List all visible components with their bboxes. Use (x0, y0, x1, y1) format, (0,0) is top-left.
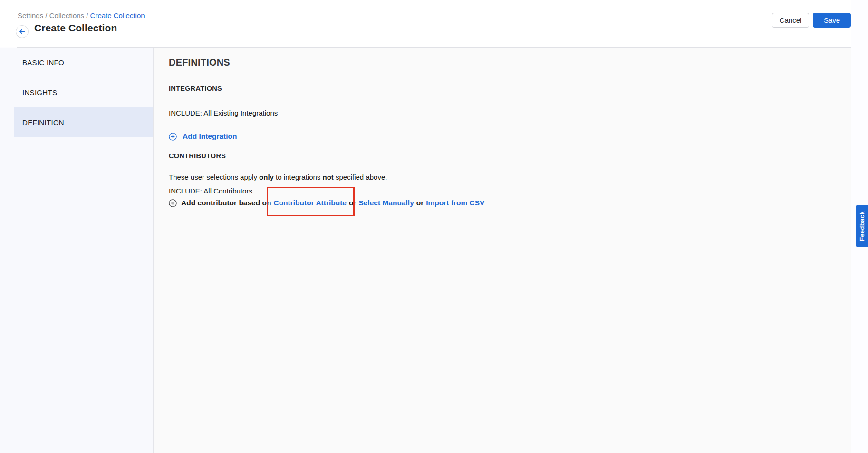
page-header: Settings / Collections / Create Collecti… (0, 0, 851, 47)
create-collection-screen: Settings / Collections / Create Collecti… (0, 0, 868, 453)
contributor-attribute-link[interactable]: Contributor Attribute (273, 199, 347, 207)
add-integration-button[interactable]: Add Integration (169, 132, 237, 141)
sidebar-item-definition[interactable]: DEFINITION (14, 107, 153, 137)
integrations-section-label: INTEGRATIONS (169, 85, 222, 92)
select-manually-link[interactable]: Select Manually (358, 199, 414, 207)
note-bold-not: not (323, 173, 334, 181)
import-from-csv-link[interactable]: Import from CSV (426, 199, 484, 207)
sidebar-item-basic-info[interactable]: BASIC INFO (0, 48, 153, 77)
add-integration-label: Add Integration (183, 132, 237, 141)
note-bold-only: only (259, 173, 274, 181)
cancel-button[interactable]: Cancel (772, 13, 809, 28)
back-button[interactable] (16, 25, 29, 38)
contributors-include-text: INCLUDE: All Contributors (169, 186, 252, 196)
note-text: specified above. (334, 173, 387, 181)
sidebar-item-insights[interactable]: INSIGHTS (0, 77, 153, 107)
arrow-left-icon (19, 28, 26, 35)
settings-sidebar: BASIC INFO INSIGHTS DEFINITION (0, 48, 154, 453)
sidebar-item-label: DEFINITION (22, 118, 64, 126)
integrations-divider (169, 96, 836, 96)
contributors-section-label: CONTRIBUTORS (169, 152, 226, 160)
feedback-tab[interactable]: Feedback (856, 205, 868, 247)
sidebar-item-label: INSIGHTS (22, 88, 57, 96)
breadcrumb-current: Create Collection (90, 11, 145, 19)
breadcrumb-trail[interactable]: Settings / Collections / (18, 11, 90, 19)
panel-title: DEFINITIONS (169, 57, 230, 68)
note-text: These user selections apply (169, 173, 259, 181)
feedback-tab-label: Feedback (858, 211, 866, 241)
add-contributor-prefix: Add contributor based on (181, 199, 271, 207)
breadcrumb: Settings / Collections / Create Collecti… (18, 11, 145, 19)
plus-circle-icon (169, 199, 177, 207)
note-text: to integrations (274, 173, 323, 181)
or-text: or (349, 199, 357, 207)
definition-panel: DEFINITIONS INTEGRATIONS INCLUDE: All Ex… (154, 48, 851, 453)
or-text: or (416, 199, 424, 207)
contributors-divider (169, 164, 836, 164)
integrations-include-text: INCLUDE: All Existing Integrations (169, 108, 278, 118)
sidebar-item-label: BASIC INFO (22, 58, 64, 67)
page-title: Create Collection (34, 22, 117, 34)
contributors-note: These user selections apply only to inte… (169, 173, 387, 182)
save-button[interactable]: Save (813, 13, 851, 28)
plus-circle-icon (169, 133, 177, 141)
add-contributor-row: Add contributor based on Contributor Att… (169, 199, 484, 207)
